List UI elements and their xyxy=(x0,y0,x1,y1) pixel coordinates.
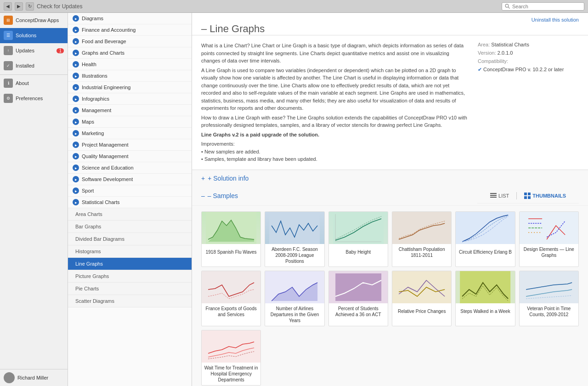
sub-cat-software[interactable]: Software Development xyxy=(68,174,192,185)
thumb-aberdeen-img xyxy=(265,212,324,244)
cat-food-label: Food and Beverage xyxy=(82,39,126,44)
thumb-design-img xyxy=(520,212,578,244)
search-input[interactable] xyxy=(512,4,581,9)
steps-chart xyxy=(456,271,514,303)
sub-item-bar[interactable]: Bar Graphs xyxy=(68,221,192,233)
thumb-chatt-label: Chattisham Population 1811-2011 xyxy=(392,244,451,261)
description-section: What is a Line Chart? Line Chart or Line… xyxy=(192,35,588,170)
thumb-waittime[interactable]: Wait Time for Treatment in Hospital Emer… xyxy=(201,330,261,386)
list-icon xyxy=(490,193,497,199)
thumb-france[interactable]: France Exports of Goods and Services xyxy=(201,271,261,326)
samples-label: – Samples xyxy=(208,192,238,199)
sidebar-item-about-label: About xyxy=(16,80,29,86)
uninstall-link[interactable]: Uninstall this solution xyxy=(531,17,579,23)
apps-icon: ⊞ xyxy=(4,16,13,25)
sidebar-footer: Richard Miller xyxy=(0,369,68,386)
sub-items-section: Area Charts Bar Graphs Divided Bar Diagr… xyxy=(68,208,192,307)
thumb-waittime-label: Wait Time for Treatment in Hospital Emer… xyxy=(202,363,260,385)
thumb-flu[interactable]: 1918 Spanish Flu Waves xyxy=(201,211,261,267)
sub-cat-infographics[interactable]: Infographics xyxy=(68,93,192,105)
dot-icon xyxy=(73,107,79,114)
sub-item-histo-label: Histograms xyxy=(75,249,101,254)
sub-cat-illustrations[interactable]: Illustrations xyxy=(68,70,192,82)
sub-cat-maps[interactable]: Maps xyxy=(68,116,192,128)
sub-cat-food[interactable]: Food and Beverage xyxy=(68,36,192,47)
sub-cat-project[interactable]: Project Management xyxy=(68,139,192,151)
svg-rect-17 xyxy=(524,212,574,244)
refresh-button[interactable]: ↻ xyxy=(26,2,34,11)
dot-icon xyxy=(73,73,79,79)
sub-item-line[interactable]: Line Graphs xyxy=(68,258,192,270)
installed-icon: ✓ xyxy=(4,61,13,70)
sub-cat-industrial[interactable]: Industrial Engineering xyxy=(68,82,192,93)
cat-illustrations-label: Illustrations xyxy=(82,73,107,79)
thumb-relative[interactable]: Relative Price Changes xyxy=(392,271,452,326)
cat-sport-label: Sport xyxy=(82,188,94,193)
search-icon xyxy=(505,4,510,9)
dot-icon xyxy=(73,96,79,102)
relative-chart xyxy=(392,271,451,303)
sub-item-histo[interactable]: Histograms xyxy=(68,245,192,258)
thumb-students[interactable]: Percent of Students Achieved a 36 on ACT xyxy=(328,271,388,326)
sub-item-divided[interactable]: Divided Bar Diagrams xyxy=(68,233,192,245)
check-updates-label[interactable]: Check for Updates xyxy=(37,3,82,10)
sub-cat-marketing[interactable]: Marketing xyxy=(68,128,192,139)
sub-cat-health[interactable]: Health xyxy=(68,59,192,70)
samples-toggle[interactable]: – – Samples xyxy=(192,189,247,202)
sub-item-pie[interactable]: Pie Charts xyxy=(68,283,192,295)
thumbnails-view-button[interactable]: THUMBNAILS xyxy=(520,191,570,200)
user-name: Richard Miller xyxy=(17,375,48,380)
sidebar-item-solutions[interactable]: ☰ Solutions xyxy=(0,28,68,43)
sidebar-item-preferences[interactable]: ⚙ Preferences xyxy=(0,91,68,106)
thumb-circuit-label: Circuit Efficiency Erlang B xyxy=(456,244,514,261)
thumbnails-grid: 1918 Spanish Flu Waves Aberdeen F.C. Sea… xyxy=(192,206,588,386)
sidebar-item-about[interactable]: ℹ About xyxy=(0,76,68,91)
thumb-aberdeen[interactable]: Aberdeen F.C. Season 2008-2009 League Po… xyxy=(265,211,324,267)
dot-icon xyxy=(73,50,79,56)
svg-rect-22 xyxy=(206,271,256,303)
forward-button[interactable]: ▶ xyxy=(15,2,23,11)
thumb-steps[interactable]: Steps Walked in a Week xyxy=(455,271,515,326)
circuit-chart xyxy=(456,212,514,244)
sub-cat-quality[interactable]: Quality Management xyxy=(68,151,192,162)
sub-cat-management[interactable]: Management xyxy=(68,105,192,116)
sub-cat-science[interactable]: Science and Education xyxy=(68,162,192,174)
list-view-button[interactable]: LIST xyxy=(486,191,513,200)
sub-cat-finance[interactable]: Finance and Accounting xyxy=(68,24,192,36)
solution-info-toggle[interactable]: + + Solution info xyxy=(192,170,588,187)
thumb-waittime-img xyxy=(202,330,260,363)
sub-cat-diagrams[interactable]: Diagrams xyxy=(68,13,192,24)
thumb-chatt[interactable]: Chattisham Population 1811-2011 xyxy=(392,211,452,267)
svg-rect-2 xyxy=(490,193,497,194)
sidebar-item-installed[interactable]: ✓ Installed xyxy=(0,58,68,74)
thumb-circuit[interactable]: Circuit Efficiency Erlang B xyxy=(455,211,515,267)
back-button[interactable]: ◀ xyxy=(4,2,12,11)
prefs-icon: ⚙ xyxy=(4,94,13,103)
sub-cat-graphs[interactable]: Graphs and Charts xyxy=(68,47,192,59)
airlines-chart xyxy=(265,271,324,303)
dot-icon xyxy=(73,187,79,194)
thumb-steps-img xyxy=(456,271,514,303)
thumb-design-label: Design Elements — Line Graphs xyxy=(520,244,578,261)
aberdeen-chart xyxy=(265,212,324,244)
sidebar-item-installed-label: Installed xyxy=(16,63,34,68)
user-avatar xyxy=(4,372,15,383)
sidebar-item-apps[interactable]: ⊞ ConceptDraw Apps xyxy=(0,13,68,28)
sub-item-scatter[interactable]: Scatter Diagrams xyxy=(68,295,192,307)
thumb-veteran[interactable]: Veteran Point in Time Counts, 2009-2012 xyxy=(519,271,579,326)
thumb-airlines[interactable]: Number of Airlines Departures in the Giv… xyxy=(265,271,324,326)
sidebar-item-updates[interactable]: ↑ Updates 1 xyxy=(0,43,68,58)
sub-cat-statistical[interactable]: Statistical Charts xyxy=(68,197,192,208)
svg-rect-8 xyxy=(528,196,531,199)
thumb-design[interactable]: Design Elements — Line Graphs xyxy=(519,211,579,267)
sub-item-picture[interactable]: Picture Graphs xyxy=(68,270,192,283)
meta-area: Area: Statistical Charts xyxy=(478,42,579,47)
sidebar: ⊞ ConceptDraw Apps ☰ Solutions ↑ Updates… xyxy=(0,13,68,386)
sub-cat-sport[interactable]: Sport xyxy=(68,185,192,197)
svg-line-1 xyxy=(508,7,509,8)
thumb-steps-label: Steps Walked in a Week xyxy=(456,303,514,320)
sub-item-area[interactable]: Area Charts xyxy=(68,208,192,221)
svg-rect-3 xyxy=(490,195,497,196)
thumb-baby[interactable]: Baby Height xyxy=(328,211,388,267)
plus-icon: + xyxy=(201,175,205,182)
